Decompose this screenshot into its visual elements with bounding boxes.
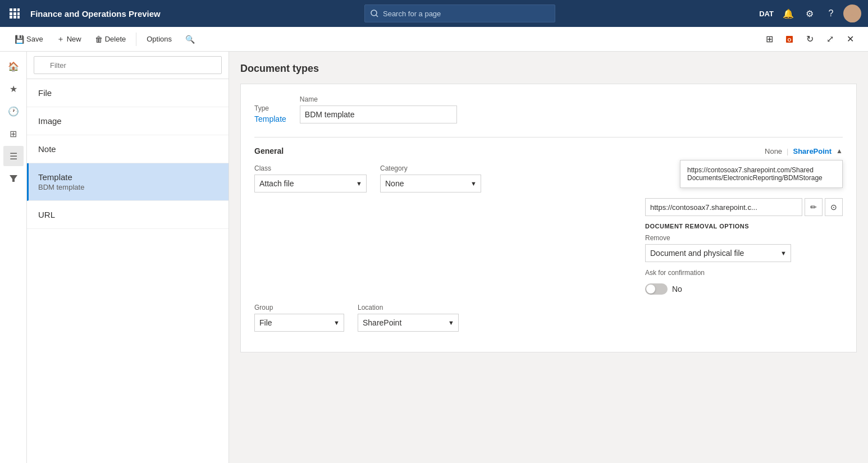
user-avatar[interactable] [843,4,861,22]
removal-section: DOCUMENT REMOVAL OPTIONS Remove Document… [645,223,843,295]
toggle-knob [646,285,655,294]
list-panel: 🔍 File Image Note Template BDM template … [27,52,229,463]
svg-rect-4 [13,12,16,15]
workspace-icon[interactable]: ⊞ [3,123,24,144]
favorites-icon[interactable]: ★ [3,79,24,99]
delete-button[interactable]: 🗑 Delete [89,30,132,48]
confirm-label: Ask for confirmation [645,269,843,277]
svg-point-9 [371,10,377,16]
remove-dropdown-wrapper: Document and physical file Document only… [645,244,791,262]
svg-line-10 [376,15,378,17]
filter-icon[interactable] [3,168,24,189]
main-layout: 🏠 ★ 🕐 ⊞ ☰ 🔍 File Image Note [0,52,868,463]
general-title: General [254,146,284,155]
list-item-file[interactable]: File [27,79,229,107]
page-title: Document types [240,63,857,75]
grid-icon[interactable] [7,6,22,21]
search-placeholder: Search for a page [383,10,441,18]
svg-rect-0 [10,8,12,11]
list-item-image[interactable]: Image [27,107,229,135]
url-more-button[interactable]: ⊙ [825,198,843,216]
save-icon: 💾 [15,35,24,44]
url-edit-button[interactable]: ✏ [805,198,823,216]
svg-rect-2 [17,8,20,11]
form-card: Type Template Name General None | ShareP… [240,84,857,352]
group-dropdown-wrapper: File Image Note ▼ [254,314,344,332]
new-button[interactable]: ＋ New [51,30,87,48]
save-button[interactable]: 💾 Save [9,30,49,48]
tab-sharepoint[interactable]: SharePoint [793,147,832,155]
filter-bar: 🔍 [27,52,229,79]
class-label: Class [254,164,367,172]
settings-icon[interactable]: ⚙ [801,4,819,22]
confirm-section: Ask for confirmation No [645,269,843,295]
class-select[interactable]: Attach file Simple note URL [254,175,367,192]
svg-point-12 [847,15,858,22]
type-field-group: Type Template [254,104,286,123]
class-category-row: Class Attach file Simple note URL ▼ [254,164,632,192]
confirm-value: No [672,285,682,294]
expand-icon[interactable]: ⤢ [821,30,839,48]
notification-icon[interactable]: 🔔 [779,4,797,22]
name-input[interactable] [300,106,457,123]
toolbar-right-actions: ⊞ O ↻ ⤢ ✕ [760,30,859,48]
remove-select[interactable]: Document and physical file Document only… [645,244,791,262]
general-header: General None | SharePoint ▲ [254,146,843,155]
recent-icon[interactable]: 🕐 [3,101,24,121]
location-select[interactable]: SharePoint Azure Blob Database [358,314,459,332]
url-tooltip: https://contosoax7.sharepoint.com/Shared… [680,160,843,188]
general-tabs: None | SharePoint ▲ [765,147,843,155]
home-icon[interactable]: 🏠 [3,56,24,76]
url-input[interactable] [645,198,802,216]
url-input-row: ✏ ⊙ [645,198,843,216]
search-toolbar-icon: 🔍 [185,35,195,44]
list-item-template[interactable]: Template BDM template [27,163,229,201]
top-nav-right: DAT 🔔 ⚙ ? [759,4,861,22]
remove-label: Remove [645,234,843,242]
search-toolbar-button[interactable]: 🔍 [180,30,200,48]
category-field: Category None Note File ▼ [380,164,481,192]
list-items: File Image Note Template BDM template UR… [27,79,229,463]
toggle-row: No [645,283,843,295]
category-select[interactable]: None Note File [380,175,481,192]
svg-rect-1 [13,8,16,11]
svg-rect-6 [10,16,12,19]
group-label: Group [254,304,344,311]
top-navbar: Finance and Operations Preview Search fo… [0,0,868,27]
env-label: DAT [759,10,774,18]
delete-icon: 🗑 [95,35,103,44]
list-item-note[interactable]: Note [27,135,229,163]
group-location-row: Group File Image Note ▼ Location [254,304,843,332]
svg-point-11 [849,8,856,15]
type-name-row: Type Template Name [254,95,843,123]
list-item-url[interactable]: URL [27,201,229,229]
name-field-group: Name [300,95,457,123]
svg-rect-3 [10,12,12,15]
refresh-icon[interactable]: ↻ [801,30,819,48]
confirm-toggle[interactable] [645,283,668,295]
help-icon[interactable]: ? [822,4,840,22]
close-icon[interactable]: ✕ [841,30,859,48]
svg-rect-8 [17,16,20,19]
office-icon[interactable]: O [780,30,798,48]
filter-input[interactable] [34,56,222,74]
type-label: Type [254,104,286,112]
group-select[interactable]: File Image Note [254,314,344,332]
removal-title: DOCUMENT REMOVAL OPTIONS [645,223,843,230]
global-search[interactable]: Search for a page [364,4,555,22]
tab-none[interactable]: None [765,147,782,155]
filter-wrap: 🔍 [34,56,222,74]
name-label: Name [300,95,457,103]
sidebar-icons: 🏠 ★ 🕐 ⊞ ☰ [0,52,27,463]
tab-chevron-icon: ▲ [836,147,843,155]
options-button[interactable]: Options [141,30,177,48]
app-title: Finance and Operations Preview [30,9,161,19]
location-dropdown-wrapper: SharePoint Azure Blob Database ▼ [358,314,459,332]
type-link[interactable]: Template [254,114,286,123]
list-icon[interactable]: ☰ [3,146,24,166]
svg-text:O: O [787,37,791,43]
action-toolbar: 💾 Save ＋ New 🗑 Delete Options 🔍 ⊞ O ↻ ⤢ … [0,27,868,52]
toolbar-divider [136,33,136,46]
svg-rect-5 [17,12,20,15]
personalize-icon[interactable]: ⊞ [760,30,778,48]
